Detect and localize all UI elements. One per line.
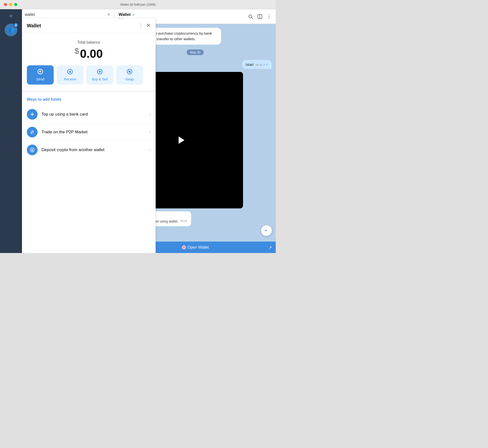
p2p-chevron: › xyxy=(149,130,151,135)
wallet-panel-title: Wallet xyxy=(27,23,41,29)
verified-badge-icon: ✓ xyxy=(132,12,135,17)
currency-sign: $ xyxy=(75,47,79,55)
app-container: ≡ 👥 2 ✕ Global search results Wallet ⋮ ✕… xyxy=(0,9,276,253)
close-button[interactable] xyxy=(4,3,7,6)
svg-line-13 xyxy=(252,18,253,19)
window-chrome: Wallet @ 0xBryan (1008) xyxy=(0,0,276,9)
user-message-text: /start xyxy=(245,62,254,67)
balance-value: 0.00 xyxy=(80,47,103,60)
split-view-button[interactable] xyxy=(257,14,263,19)
people-icon: 👥 xyxy=(8,27,14,33)
balance-section: Total balance $0.00 xyxy=(22,33,155,65)
maximize-button[interactable] xyxy=(14,3,17,6)
chat-header-actions: ⋮ xyxy=(248,13,272,20)
forward-button[interactable] xyxy=(261,225,272,236)
date-pill: May 30 xyxy=(187,49,204,55)
balance-amount: $0.00 xyxy=(27,47,151,60)
hamburger-icon[interactable]: ≡ xyxy=(10,13,12,19)
minimize-button[interactable] xyxy=(9,3,12,6)
window-buttons xyxy=(4,3,17,6)
receive-button[interactable]: Receive xyxy=(57,65,83,85)
buy-sell-button[interactable]: Buy & Sell xyxy=(86,65,113,85)
swap-button[interactable]: Swap xyxy=(116,65,143,85)
swap-icon xyxy=(127,69,132,76)
svg-point-7 xyxy=(127,69,132,74)
p2p-icon-circle xyxy=(27,127,38,137)
chat-name: Wallet xyxy=(119,12,131,17)
ways-title: Ways to add funds xyxy=(27,97,151,102)
more-options-button[interactable]: ⋮ xyxy=(266,13,272,20)
play-icon xyxy=(175,134,187,146)
play-button[interactable] xyxy=(173,133,188,147)
panel-separator xyxy=(22,90,155,92)
open-wallet-text: 🌸 Open Wallet xyxy=(182,245,209,250)
wallet-menu-button[interactable]: ⋮ xyxy=(138,23,143,29)
buy-sell-label: Buy & Sell xyxy=(92,77,108,81)
download-icon xyxy=(30,147,35,153)
receive-icon xyxy=(67,69,73,76)
wallet-header: Wallet ⋮ ✕ xyxy=(22,19,155,33)
more-options-icon: ⋮ xyxy=(266,13,272,20)
deposit-icon-circle xyxy=(27,145,38,155)
forward-icon xyxy=(264,228,269,233)
search-input[interactable] xyxy=(25,12,104,17)
read-tick-icon: ✓✓ xyxy=(263,63,268,67)
wallet-close-button[interactable]: ✕ xyxy=(146,22,151,29)
wallet-header-actions: ⋮ ✕ xyxy=(138,22,151,29)
notification-badge: 2 xyxy=(13,23,18,28)
window-title: Wallet @ 0xBryan (1008) xyxy=(120,3,156,6)
deposit-label: Deposit crypto from another wallet xyxy=(41,147,145,152)
send-button[interactable]: Send xyxy=(27,65,54,85)
svg-marker-16 xyxy=(179,136,184,144)
bank-card-label: Top up using a bank card xyxy=(41,112,145,117)
user-message: /start 00:32 ✓✓ xyxy=(242,60,272,69)
open-wallet-corner-icon: ↗ xyxy=(269,245,272,250)
ways-section: Ways to add funds Top up using a bank ca… xyxy=(22,92,155,162)
deposit-item[interactable]: Deposit crypto from another wallet › xyxy=(27,141,151,159)
sidebar: ≡ 👥 2 xyxy=(0,9,22,253)
chat-name-row: Wallet ✓ xyxy=(119,12,245,17)
action-buttons: Send Receive xyxy=(22,65,155,90)
search-clear-button[interactable]: ✕ xyxy=(106,12,112,18)
get-started-time: 00:32 xyxy=(181,219,187,222)
wallet-footer: @wallet xyxy=(22,253,155,253)
p2p-item[interactable]: Trade on the P2P Market › xyxy=(27,123,151,141)
bank-card-icon-circle xyxy=(27,109,38,120)
deposit-chevron: › xyxy=(149,147,151,153)
avatar[interactable]: 👥 2 xyxy=(5,24,17,36)
balance-label: Total balance xyxy=(27,40,151,45)
bank-card-chevron: › xyxy=(149,112,151,117)
bank-card-item[interactable]: Top up using a bank card › xyxy=(27,106,151,123)
search-chat-button[interactable] xyxy=(248,14,253,19)
send-icon xyxy=(37,69,43,76)
buy-sell-icon xyxy=(97,69,103,76)
user-message-time: 00:32 xyxy=(255,63,262,66)
swap-label: Swap xyxy=(125,77,134,81)
plus-icon xyxy=(30,112,35,117)
receive-label: Receive xyxy=(64,77,76,81)
user-message-meta: 00:32 ✓✓ xyxy=(255,63,268,67)
swap-arrows-icon xyxy=(30,129,35,135)
p2p-label: Trade on the P2P Market xyxy=(41,130,145,135)
send-label: Send xyxy=(36,77,44,81)
wallet-panel: Wallet ⋮ ✕ Total balance $0.00 xyxy=(22,19,156,253)
